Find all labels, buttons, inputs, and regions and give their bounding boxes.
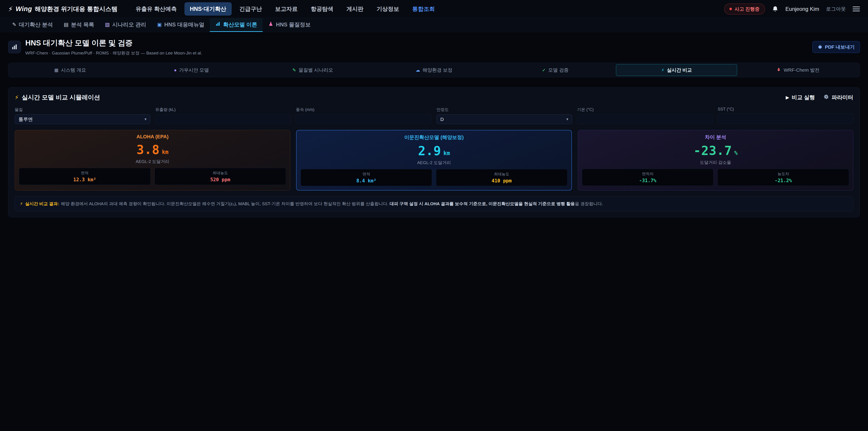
brand-mark: Wing bbox=[16, 5, 32, 13]
theory-section-nav: ▦ 시스템 개요 ● 가우시안 모델 ✎ 물질별 시나리오 ☁ 해양환경 보정 … bbox=[8, 63, 860, 77]
result-card-aloha: ALOHA (EPA) 3.8 km AEGL-2 도달거리 면적 12.3 k… bbox=[15, 130, 290, 190]
section-gaussian-model[interactable]: ● 가우시안 모델 bbox=[131, 64, 252, 76]
parameters-button[interactable]: 파라미터 bbox=[824, 94, 853, 101]
pdf-export-label: PDF 내보내기 bbox=[825, 44, 855, 50]
top-bar-right: 사고 진행중 Eunjeong Kim 로그아웃 bbox=[724, 4, 860, 14]
section-substance-scenarios[interactable]: ✎ 물질별 시나리오 bbox=[252, 64, 373, 76]
tab-label: 확산모델 이론 bbox=[223, 21, 257, 28]
logout-button[interactable]: 로그아웃 bbox=[826, 6, 846, 12]
card-unit: km bbox=[162, 149, 168, 155]
ocean-icon: ☁ bbox=[416, 68, 420, 72]
card-value-row: 2.9 km bbox=[301, 144, 567, 158]
tab-diffusion-model-theory[interactable]: 확산모델 이론 bbox=[210, 18, 263, 32]
tab-hns-substance-info[interactable]: HNS 물질정보 bbox=[263, 18, 316, 32]
gaussian-icon: ● bbox=[174, 68, 177, 72]
section-ocean-correction[interactable]: ☁ 해양환경 보정 bbox=[373, 64, 495, 76]
tab-atmospheric-analysis[interactable]: ✎ 대기확산 분석 bbox=[7, 18, 58, 32]
stat-max-concentration: 최대농도 520 ppm bbox=[155, 168, 286, 185]
pencil-icon: ✎ bbox=[12, 22, 16, 27]
card-title: 차이 분석 bbox=[582, 134, 849, 141]
top-bar: ⚡ Wing 해양환경 위기대응 통합시스템 유출유 확산예측 HNS·대기확산… bbox=[0, 0, 868, 18]
field-sst: SST (°C) bbox=[718, 107, 853, 124]
stat-value: 410 ppm bbox=[438, 178, 565, 184]
page-header-chart-icon bbox=[8, 41, 21, 53]
notifications-bell-icon[interactable] bbox=[772, 5, 779, 12]
run-comparison-label: 비교 실행 bbox=[792, 94, 815, 101]
note-label: 실시간 비교 결과: bbox=[25, 202, 59, 206]
tab-label: HNS 대응매뉴얼 bbox=[164, 21, 204, 28]
spill-amount-input[interactable] bbox=[155, 114, 291, 124]
wind-speed-label: 풍속 (m/s) bbox=[296, 107, 432, 112]
card-value: 3.8 bbox=[136, 143, 160, 157]
bolt-icon: ⚡ bbox=[15, 94, 19, 101]
note-strong: 대피 구역 설정 시 ALOHA 결과를 보수적 기준으로, 이문진확산모델을 … bbox=[390, 202, 575, 206]
run-comparison-button[interactable]: ▶ 비교 실행 bbox=[786, 94, 815, 101]
stat-value: -21.2% bbox=[719, 178, 847, 183]
hamburger-menu-icon[interactable] bbox=[852, 6, 860, 11]
section-label: 가우시안 모델 bbox=[179, 67, 209, 73]
wind-speed-input[interactable] bbox=[296, 114, 432, 124]
stat-max-concentration: 최대농도 410 ppm bbox=[436, 169, 567, 186]
chevron-down-icon: ▾ bbox=[145, 117, 147, 122]
stat-area-difference: 면적차 -31.7% bbox=[582, 169, 714, 186]
stability-select[interactable]: D ▾ bbox=[436, 114, 572, 124]
comparison-result-note: ⚡실시간 비교 결과:해양 환경에서 ALOHA의 과대 예측 경향이 확인됩니… bbox=[15, 196, 853, 211]
stat-label: 최대농도 bbox=[157, 171, 284, 176]
comparison-result-cards: ALOHA (EPA) 3.8 km AEGL-2 도달거리 면적 12.3 k… bbox=[15, 130, 853, 190]
nav-weather-info[interactable]: 기상정보 bbox=[371, 2, 405, 16]
stability-select-value: D bbox=[440, 117, 444, 122]
card-caption: 도달거리 감소율 bbox=[582, 160, 849, 165]
stat-label: 면적 bbox=[303, 172, 430, 177]
note-tail: 을 권장합니다. bbox=[575, 202, 603, 206]
tab-hns-response-manual[interactable]: ▣ HNS 대응매뉴얼 bbox=[152, 18, 210, 32]
bolt-logo-icon: ⚡ bbox=[8, 5, 13, 13]
page-header: HNS 대기확산 모델 이론 및 검증 WRF-Chem · Gaussian … bbox=[0, 32, 868, 62]
substance-select[interactable]: 톨루엔 ▾ bbox=[15, 114, 150, 124]
tab-analysis-list[interactable]: ▤ 분석 목록 bbox=[58, 18, 99, 32]
panel-title: ⚡ 실시간 모델 비교 시뮬레이션 bbox=[15, 93, 100, 101]
nav-integrated-search[interactable]: 통합조회 bbox=[407, 2, 440, 16]
play-icon: ▶ bbox=[786, 95, 789, 100]
field-stability: 안정도 D ▾ bbox=[436, 107, 572, 124]
nav-hns-atmospheric[interactable]: HNS·대기확산 bbox=[184, 2, 232, 16]
nav-board[interactable]: 게시판 bbox=[341, 2, 369, 16]
nav-oil-spill-forecast[interactable]: 유출유 확산예측 bbox=[130, 2, 182, 16]
pdf-export-button[interactable]: PDF 내보내기 bbox=[812, 41, 860, 53]
stat-value: -31.7% bbox=[584, 178, 712, 183]
card-value: -23.7 bbox=[693, 143, 732, 158]
rocket-icon bbox=[776, 67, 781, 73]
section-label: 시스템 개요 bbox=[61, 67, 86, 73]
nav-aerial-search[interactable]: 항공탐색 bbox=[305, 2, 339, 16]
air-temp-input[interactable] bbox=[577, 114, 713, 124]
user-name: Eunjeong Kim bbox=[785, 6, 819, 12]
tab-label: 대기확산 분석 bbox=[19, 21, 53, 28]
tab-scenario-management[interactable]: ▧ 시나리오 관리 bbox=[100, 18, 152, 32]
incident-status-label: 사고 진행중 bbox=[735, 6, 760, 12]
nav-emergency-rescue[interactable]: 긴급구난 bbox=[234, 2, 268, 16]
bar-chart-icon bbox=[215, 21, 221, 28]
parameters-label: 파라미터 bbox=[832, 94, 853, 101]
nav-reports[interactable]: 보고자료 bbox=[270, 2, 303, 16]
bolt-icon: ⚡ bbox=[661, 68, 664, 72]
stat-area: 면적 12.3 km² bbox=[19, 168, 151, 185]
result-card-ocean-corrected-model: 이문진확산모델 (해양보정) 2.9 km AEGL-2 도달거리 면적 8.4… bbox=[296, 130, 572, 190]
tab-label: 시나리오 관리 bbox=[112, 21, 146, 28]
brand-title: 해양환경 위기대응 통합시스템 bbox=[35, 5, 118, 13]
card-value: 2.9 bbox=[418, 144, 441, 158]
alert-dot-icon bbox=[730, 8, 732, 10]
primary-nav: 유출유 확산예측 HNS·대기확산 긴급구난 보고자료 항공탐색 게시판 기상정… bbox=[130, 2, 440, 16]
section-realtime-comparison[interactable]: ⚡ 실시간 비교 bbox=[616, 64, 737, 76]
section-system-overview[interactable]: ▦ 시스템 개요 bbox=[9, 64, 131, 76]
pencil-icon: ✎ bbox=[292, 68, 296, 72]
section-wrf-chem[interactable]: WRF-Chem 발전 bbox=[737, 64, 859, 76]
section-model-validation[interactable]: ✓ 모델 검증 bbox=[495, 64, 616, 76]
substance-label: 물질 bbox=[15, 107, 150, 112]
page-subtitle: WRF-Chem · Gaussian Plume/Puff · ROMS · … bbox=[25, 50, 202, 56]
page-title: HNS 대기확산 모델 이론 및 검증 bbox=[25, 38, 202, 48]
field-wind-speed: 풍속 (m/s) bbox=[296, 107, 432, 124]
printer-icon bbox=[817, 44, 823, 50]
incident-status-badge[interactable]: 사고 진행중 bbox=[724, 4, 765, 14]
stability-label: 안정도 bbox=[436, 107, 572, 112]
sst-input[interactable] bbox=[718, 114, 853, 123]
module-tab-bar: ✎ 대기확산 분석 ▤ 분석 목록 ▧ 시나리오 관리 ▣ HNS 대응매뉴얼 … bbox=[0, 18, 868, 32]
